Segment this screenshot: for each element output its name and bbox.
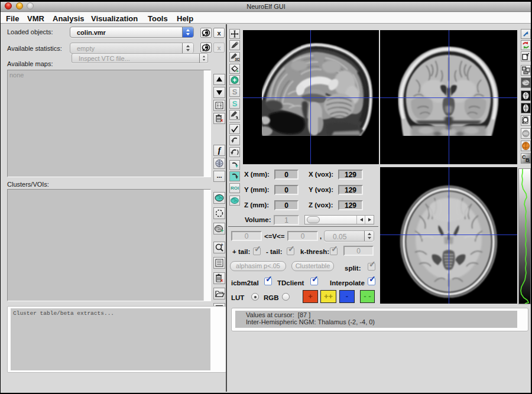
- svg-text:+: +: [220, 228, 223, 234]
- svg-text:+: +: [236, 69, 239, 73]
- svg-text:3D: 3D: [235, 57, 239, 61]
- svg-text:+: +: [220, 242, 223, 248]
- svg-text:B: B: [525, 157, 530, 163]
- svg-text:x: x: [220, 278, 223, 283]
- svg-text:x: x: [220, 118, 223, 123]
